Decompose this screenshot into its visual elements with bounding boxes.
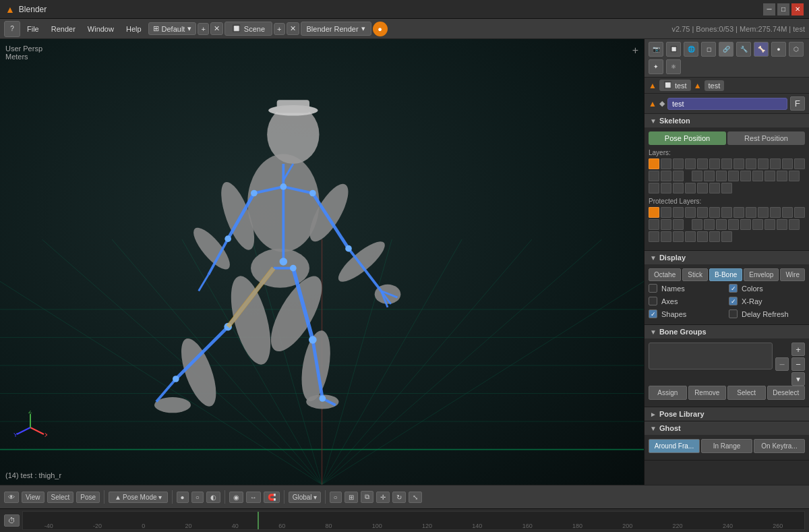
layer-cell-32[interactable] bbox=[721, 183, 732, 194]
prot-cell-28[interactable] bbox=[673, 231, 684, 242]
scale-btn[interactable]: ⤡ bbox=[409, 492, 422, 503]
prot-cell-4[interactable] bbox=[685, 207, 696, 218]
rest-position-btn[interactable]: Rest Position bbox=[727, 131, 805, 145]
prot-cell-23[interactable] bbox=[765, 219, 775, 230]
prot-cell-8[interactable] bbox=[733, 207, 744, 218]
timeline-cursor[interactable] bbox=[258, 512, 259, 529]
viewport-shading-btn[interactable]: ◐ bbox=[206, 492, 220, 503]
prop-icon-render[interactable]: 📷 bbox=[649, 42, 663, 57]
prot-cell-30[interactable] bbox=[697, 231, 708, 242]
display-bbone-btn[interactable]: B-Bone bbox=[709, 268, 742, 281]
layout-selector[interactable]: ⊞ Default ▾ bbox=[148, 22, 197, 35]
prot-cell-22[interactable] bbox=[752, 219, 763, 230]
display-octahe-btn[interactable]: Octahe bbox=[649, 268, 681, 281]
prop-icon-texture[interactable]: ⬡ bbox=[789, 42, 804, 57]
close-button[interactable]: ✕ bbox=[791, 3, 804, 16]
scene-tab[interactable]: 🔲 Scene bbox=[224, 22, 272, 36]
layer-cell-2[interactable] bbox=[661, 158, 671, 169]
prop-icon-material[interactable]: ● bbox=[771, 42, 786, 57]
prot-cell-26[interactable] bbox=[649, 231, 659, 242]
prop-icon-object[interactable]: ◻ bbox=[701, 42, 716, 57]
menu-help[interactable]: Help bbox=[121, 23, 147, 35]
layer-cell-26[interactable] bbox=[649, 183, 659, 194]
bone-groups-header[interactable]: ▼ Bone Groups bbox=[645, 325, 809, 338]
delay-refresh-checkbox[interactable] bbox=[729, 309, 738, 318]
f-button[interactable]: F bbox=[790, 96, 805, 111]
bone-group-name-input[interactable] bbox=[649, 343, 773, 370]
prot-cell-15[interactable] bbox=[661, 219, 671, 230]
layer-cell-6[interactable] bbox=[709, 158, 720, 169]
armature-name-btn[interactable]: test bbox=[705, 80, 725, 91]
layer-cell-13[interactable] bbox=[794, 158, 805, 169]
layer-cell-12[interactable] bbox=[782, 158, 793, 169]
prot-cell-17[interactable] bbox=[692, 219, 702, 230]
layer-cell-30[interactable] bbox=[697, 183, 708, 194]
display-header[interactable]: ▼ Display bbox=[645, 251, 809, 264]
remove-btn[interactable]: Remove bbox=[688, 386, 727, 400]
prot-cell-7[interactable] bbox=[721, 207, 732, 218]
ghost-on-keyframe-btn[interactable]: On Keytra... bbox=[754, 439, 805, 453]
help-icon-btn[interactable]: ? bbox=[4, 21, 20, 37]
minimize-button[interactable]: ─ bbox=[763, 3, 775, 16]
bottom-pose[interactable]: Pose bbox=[76, 492, 100, 503]
prot-cell-14[interactable] bbox=[649, 219, 659, 230]
menu-render[interactable]: Render bbox=[46, 23, 81, 35]
pivot-btn[interactable]: ◉ bbox=[229, 492, 243, 503]
layer-cell-14[interactable] bbox=[649, 171, 659, 181]
layer-cell-3[interactable] bbox=[673, 158, 684, 169]
snap-grid-btn[interactable]: ⊞ bbox=[344, 492, 358, 503]
layer-cell-28[interactable] bbox=[673, 183, 684, 194]
shapes-checkbox[interactable]: ✓ bbox=[649, 309, 657, 318]
ghost-around-frame-btn[interactable]: Around Fra... bbox=[649, 439, 700, 453]
display-stick-btn[interactable]: Stick bbox=[682, 268, 708, 281]
layer-cell-11[interactable] bbox=[770, 158, 781, 169]
shading-sphere-btn[interactable]: ● bbox=[177, 492, 189, 503]
layer-cell-15[interactable] bbox=[661, 171, 671, 181]
prot-cell-10[interactable] bbox=[758, 207, 769, 218]
prop-icon-scene[interactable]: 🔲 bbox=[666, 42, 681, 57]
axes-checkbox[interactable] bbox=[649, 297, 657, 305]
manipulator-btn[interactable]: ✛ bbox=[376, 492, 390, 503]
prot-cell-1[interactable] bbox=[649, 207, 659, 218]
prot-cell-20[interactable] bbox=[728, 219, 739, 230]
prot-cell-6[interactable] bbox=[709, 207, 720, 218]
display-envelop-btn[interactable]: Envelop bbox=[744, 268, 779, 281]
layer-cell-10[interactable] bbox=[758, 158, 769, 169]
prot-cell-16[interactable] bbox=[673, 219, 684, 230]
object-name-btn[interactable]: 🔲 test bbox=[659, 80, 691, 91]
data-name-input[interactable] bbox=[667, 98, 787, 110]
menu-window[interactable]: Window bbox=[82, 23, 119, 35]
prot-cell-13[interactable] bbox=[794, 207, 805, 218]
prot-cell-11[interactable] bbox=[770, 207, 781, 218]
layer-cell-25[interactable] bbox=[789, 171, 800, 181]
mirror-btn[interactable]: ⧉ bbox=[361, 491, 373, 503]
prot-cell-3[interactable] bbox=[673, 207, 684, 218]
maximize-button[interactable]: □ bbox=[777, 3, 789, 16]
layer-cell-17[interactable] bbox=[692, 171, 702, 181]
layout-add-btn[interactable]: + bbox=[198, 23, 208, 35]
transform-btn[interactable]: ↔ bbox=[246, 492, 261, 503]
layer-cell-31[interactable] bbox=[709, 183, 720, 194]
pose-position-btn[interactable]: Pose Position bbox=[649, 131, 726, 145]
layer-cell-18[interactable] bbox=[704, 171, 715, 181]
prop-icon-constraints[interactable]: 🔗 bbox=[719, 42, 733, 57]
bottom-select[interactable]: Select bbox=[47, 492, 74, 503]
ghost-in-range-btn[interactable]: In Range bbox=[701, 439, 752, 453]
proportional-edit-btn[interactable]: ○ bbox=[330, 492, 342, 503]
bone-group-down-btn[interactable]: ▼ bbox=[791, 372, 805, 386]
layer-cell-7[interactable] bbox=[721, 158, 732, 169]
layer-cell-27[interactable] bbox=[661, 183, 671, 194]
scene-add-btn[interactable]: + bbox=[274, 23, 284, 35]
prop-icon-particles[interactable]: ✦ bbox=[649, 59, 663, 74]
transform-space-selector[interactable]: Global ▾ bbox=[289, 492, 321, 503]
layer-cell-8[interactable] bbox=[733, 158, 744, 169]
timeline-ruler[interactable]: -40 -20 0 20 40 60 80 100 120 140 160 18… bbox=[22, 511, 805, 530]
prot-cell-2[interactable] bbox=[661, 207, 671, 218]
prot-cell-27[interactable] bbox=[661, 231, 671, 242]
prot-cell-31[interactable] bbox=[709, 231, 720, 242]
display-wire-btn[interactable]: Wire bbox=[780, 268, 805, 281]
snap-btn[interactable]: 🧲 bbox=[264, 492, 280, 503]
prot-cell-18[interactable] bbox=[704, 219, 715, 230]
prop-icon-physics[interactable]: ⚛ bbox=[666, 59, 681, 74]
prot-cell-5[interactable] bbox=[697, 207, 708, 218]
